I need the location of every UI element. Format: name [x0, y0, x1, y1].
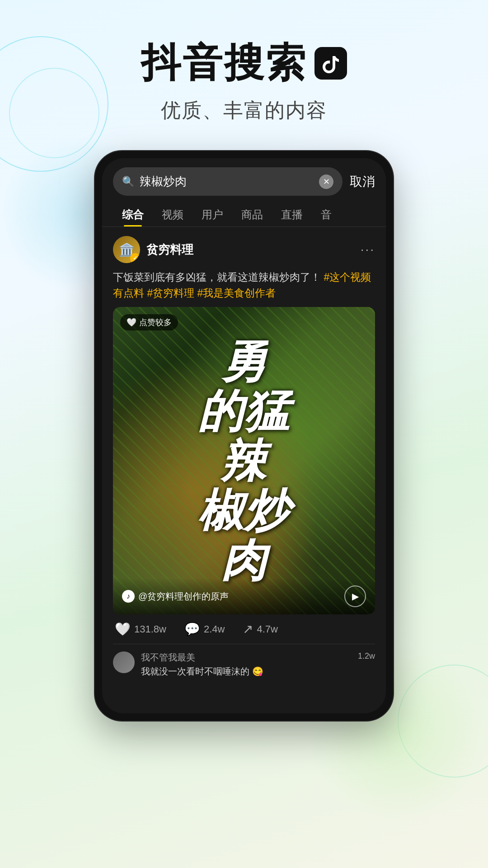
tiktok-brand-icon	[314, 47, 347, 80]
tab-商品[interactable]: 商品	[232, 203, 272, 226]
post-text: 下饭菜到底有多凶猛，就看这道辣椒炒肉了！ #这个视频有点料 #贫穷料理 #我是美…	[113, 269, 375, 301]
commenter-avatar	[113, 651, 135, 673]
like-interaction[interactable]: 🤍 131.8w	[115, 622, 166, 637]
comment-preview: 我不管我最美 我就没一次看时不咽唾沫的 😋 1.2w	[113, 644, 375, 678]
comment-likes: 1.2w	[358, 651, 375, 661]
hot-badge: 🤍 点赞较多	[120, 314, 178, 330]
clear-search-button[interactable]: ✕	[319, 175, 333, 189]
comment-icon: 💬	[184, 622, 200, 637]
tab-音[interactable]: 音	[312, 203, 341, 226]
tab-用户[interactable]: 用户	[192, 203, 232, 226]
verified-badge: ✓	[130, 253, 140, 263]
main-title-container: 抖音搜索	[0, 36, 488, 90]
tab-直播[interactable]: 直播	[272, 203, 312, 226]
post-author: 🏛️ ✓ 贫穷料理	[113, 236, 193, 263]
cancel-search-button[interactable]: 取消	[350, 173, 375, 190]
search-input-wrap[interactable]: 🔍 辣椒炒肉 ✕	[113, 167, 343, 196]
video-background: 🤍 点赞较多 勇的猛辣椒炒肉 ♪ @贫穷料理创作的原声	[113, 307, 375, 614]
commenter-name: 我不管我最美	[141, 651, 352, 664]
phone-mockup: 🔍 辣椒炒肉 ✕ 取消 综合 视频 用户 商品	[95, 151, 393, 721]
comment-count: 2.4w	[204, 623, 225, 635]
play-button[interactable]: ▶	[344, 585, 366, 607]
share-icon: ↗	[243, 622, 253, 637]
tabs-navigation: 综合 视频 用户 商品 直播 音	[102, 196, 386, 226]
video-bottom-bar: ♪ @贫穷料理创作的原声 ▶	[113, 578, 375, 614]
video-big-text: 勇的猛辣椒炒肉	[113, 336, 375, 585]
content-area: 🏛️ ✓ 贫穷料理 ··· 下饭菜到底有多凶猛，就看这道辣椒炒肉了！ #这个视频…	[102, 227, 386, 713]
tab-视频[interactable]: 视频	[153, 203, 192, 226]
video-thumbnail[interactable]: 🤍 点赞较多 勇的猛辣椒炒肉 ♪ @贫穷料理创作的原声	[113, 307, 375, 614]
author-avatar[interactable]: 🏛️ ✓	[113, 236, 140, 263]
post-header: 🏛️ ✓ 贫穷料理 ···	[113, 236, 375, 263]
subtitle-text: 优质、丰富的内容	[0, 97, 488, 124]
comment-text: 我就没一次看时不咽唾沫的 😋	[141, 665, 352, 678]
hot-badge-text: 点赞较多	[139, 317, 172, 328]
comment-content: 我不管我最美 我就没一次看时不咽唾沫的 😋	[141, 651, 352, 678]
phone-screen: 🔍 辣椒炒肉 ✕ 取消 综合 视频 用户 商品	[102, 158, 386, 713]
like-icon: 🤍	[115, 622, 131, 637]
main-title-text: 抖音搜索	[141, 36, 307, 90]
more-options-button[interactable]: ···	[361, 242, 375, 257]
search-bar-area: 🔍 辣椒炒肉 ✕ 取消	[102, 158, 386, 196]
heart-icon: 🤍	[127, 317, 136, 327]
search-icon: 🔍	[122, 176, 134, 188]
author-name[interactable]: 贫穷料理	[146, 242, 193, 258]
share-interaction[interactable]: ↗ 4.7w	[243, 622, 277, 637]
post-description: 下饭菜到底有多凶猛，就看这道辣椒炒肉了！	[113, 271, 321, 283]
tiktok-small-icon: ♪	[122, 590, 135, 603]
header-section: 抖音搜索 优质、丰富的内容	[0, 0, 488, 142]
share-count: 4.7w	[257, 623, 277, 635]
interaction-bar: 🤍 131.8w 💬 2.4w ↗ 4.7w	[113, 622, 375, 637]
tab-综合[interactable]: 综合	[113, 203, 153, 226]
comment-interaction[interactable]: 💬 2.4w	[184, 622, 225, 637]
video-title-overlay: 勇的猛辣椒炒肉	[113, 336, 375, 585]
video-source-text: @贫穷料理创作的原声	[138, 590, 229, 603]
search-query-text: 辣椒炒肉	[140, 174, 314, 189]
like-count: 131.8w	[134, 623, 166, 635]
video-source: ♪ @贫穷料理创作的原声	[122, 590, 229, 603]
phone-container: 🔍 辣椒炒肉 ✕ 取消 综合 视频 用户 商品	[0, 151, 488, 721]
